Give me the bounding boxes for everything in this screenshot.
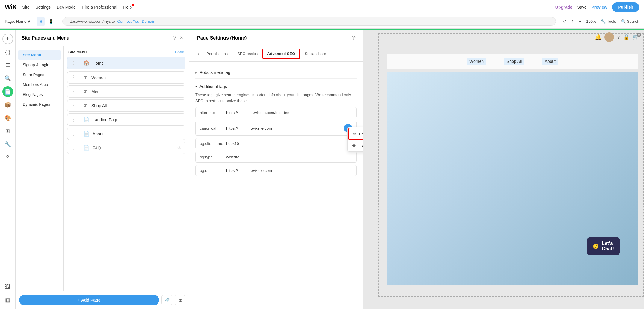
save-button[interactable]: Save [577, 5, 587, 10]
arrange-pages-icon[interactable]: ▦ [175, 295, 185, 305]
apps-icon[interactable]: ⊞ [2, 126, 13, 137]
bell-icon: 🔔 [595, 34, 601, 40]
tag-row-alternate: alternate https:// .wixsite.com/blog-fee… [195, 107, 357, 118]
page-item-home[interactable]: ⋮⋮ 🏠 Home ··· [67, 57, 185, 69]
page-selector[interactable]: Page: Home ∨ [5, 19, 31, 24]
page-item-men[interactable]: ⋮⋮ 🛍 Men [67, 85, 185, 98]
nav-item-store[interactable]: Store Pages [18, 70, 61, 79]
tab-advanced-seo[interactable]: Advanced SEO [262, 49, 300, 59]
page-name-home: Home [93, 61, 174, 66]
tab-seo-basics[interactable]: SEO basics [232, 48, 262, 60]
page-item-women[interactable]: ⋮⋮ 🛍 Women [67, 71, 185, 84]
add-icon[interactable]: + [2, 34, 13, 44]
canvas-nav-about: About [542, 58, 558, 65]
nav-settings[interactable]: Settings [35, 5, 51, 10]
tag-value-alternate: https:// .wixsite.com/blog-fee... [226, 110, 352, 115]
connect-domain-link[interactable]: Connect Your Domain [117, 19, 155, 24]
mobile-icon[interactable]: 📱 [47, 17, 55, 26]
context-edit-button[interactable]: ✏ Edit [348, 128, 363, 140]
tools-icon[interactable]: 🔧 [2, 139, 13, 150]
tab-prev-button[interactable]: ‹ [195, 51, 202, 57]
doc-icon: 📄 [84, 117, 90, 122]
robots-meta-tag-row[interactable]: ▸ Robots meta tag [195, 66, 357, 79]
canvas-nav-shopall: Shop All [504, 58, 524, 65]
pages-list-title: Site Menu [68, 50, 87, 54]
panel-title: Site Pages and Menu [22, 35, 173, 41]
tools-button[interactable]: 🔧 Tools [601, 19, 616, 24]
undo-button[interactable]: ↺ [563, 19, 566, 24]
design-icon[interactable]: 🎨 [2, 113, 13, 123]
search-button[interactable]: 🔍 Search [621, 19, 639, 24]
nav-item-members[interactable]: Members Area [18, 80, 61, 89]
page-name-shopall: Shop All [91, 103, 182, 108]
drag-handle-icon: ⋮⋮ [71, 145, 81, 151]
page-name-faq: FAQ [93, 146, 174, 150]
chat-widget[interactable]: 🙂 Let's Chat! [587, 237, 620, 255]
tag-value-og-site-name: Look10 [226, 141, 352, 146]
page-item-faq[interactable]: ⋮⋮ 📄 FAQ 👁 [67, 142, 185, 154]
settings-tabs: ‹ Permissions SEO basics Advanced SEO So… [189, 46, 363, 62]
store-icon[interactable]: 📦 [2, 99, 13, 110]
redo-button[interactable]: ↻ [571, 19, 575, 24]
tab-permissions[interactable]: Permissions [202, 48, 232, 60]
context-hide-button[interactable]: 👁 Hide [348, 140, 363, 151]
page-item-landing[interactable]: ⋮⋮ 📄 Landing Page [67, 113, 185, 126]
upgrade-button[interactable]: Upgrade [555, 5, 572, 10]
bag-icon: 🛍 [84, 75, 88, 80]
icon-sidebar: + { } ☰ 🔍 📄 📦 🎨 ⊞ 🔧 ? 🖼 ▦ [0, 30, 16, 309]
drag-handle-icon: ⋮⋮ [71, 131, 81, 137]
address-bar: Page: Home ∨ 🖥 📱 https://www.wix.com/mys… [0, 14, 644, 29]
avatar [604, 32, 614, 42]
additional-tags-header[interactable]: ▾ Additional tags [195, 81, 357, 92]
panel-header: Site Pages and Menu ? × [16, 30, 189, 46]
nav-item-signup[interactable]: Signup & Login [18, 60, 61, 69]
panel-header-actions: ? × [173, 35, 183, 41]
cart-icon: 🛒 0 [633, 34, 639, 40]
tag-value-og-type: website [226, 155, 352, 159]
panel-close-button[interactable]: × [180, 35, 183, 41]
page-more-icon[interactable]: ··· [177, 60, 182, 66]
page-label: Page: Home [5, 19, 26, 24]
collapse-icon: ▾ [195, 84, 197, 89]
pages-bottom: + Add Page 🔗 ▦ [16, 291, 189, 309]
additional-label: Additional tags [199, 84, 227, 89]
top-bar: WiX Site Settings Dev Mode Hire a Profes… [0, 0, 644, 14]
page-item-about[interactable]: ⋮⋮ 📄 About [67, 128, 185, 140]
desktop-icon[interactable]: 🖥 [37, 17, 45, 26]
help-icon[interactable]: ? [2, 152, 13, 163]
publish-button[interactable]: Publish [612, 2, 639, 12]
grid-icon[interactable]: ▦ [2, 295, 13, 305]
layers-icon[interactable]: ☰ [2, 60, 13, 71]
page-item-shopall[interactable]: ⋮⋮ 🛍 Shop All [67, 99, 185, 112]
drag-handle-icon: ⋮⋮ [71, 60, 81, 66]
panel-help-button[interactable]: ? [173, 35, 176, 41]
nav-item-site-menu[interactable]: Site Menu [18, 50, 61, 60]
settings-close-button[interactable]: › [355, 35, 357, 41]
top-bar-right: Upgrade Save Preview Publish [555, 2, 639, 12]
nav-item-dynamic[interactable]: Dynamic Pages [18, 100, 61, 109]
link-pages-icon[interactable]: 🔗 [161, 295, 172, 305]
preview-button[interactable]: Preview [592, 5, 607, 10]
pages-nav: Site Menu Signup & Login Store Pages Mem… [16, 46, 64, 291]
pages-icon[interactable]: 📄 [2, 86, 13, 97]
pencil-icon: ✏ [353, 131, 357, 136]
page-name-landing: Landing Page [93, 117, 182, 122]
zoom-level: − [579, 19, 582, 24]
nav-hire[interactable]: Hire a Professional [82, 5, 117, 10]
address-actions: ↺ ↻ − 100% 🔧 Tools 🔍 Search [563, 19, 639, 24]
image-icon[interactable]: 🖼 [2, 281, 13, 292]
add-page-button[interactable]: + Add Page [19, 295, 159, 305]
tab-social-share[interactable]: Social share [300, 48, 331, 60]
bag-icon: 🛍 [84, 89, 88, 94]
nav-devmode[interactable]: Dev Mode [57, 5, 76, 10]
nav-item-blog[interactable]: Blog Pages [18, 90, 61, 99]
code-icon[interactable]: { } [2, 47, 13, 57]
nav-site[interactable]: Site [22, 5, 29, 10]
bag-icon: 🛍 [84, 103, 88, 108]
settings-help-button[interactable]: ? [352, 35, 355, 41]
add-page-link[interactable]: + Add [174, 50, 184, 54]
nav-help[interactable]: Help [123, 5, 132, 10]
drag-handle-icon: ⋮⋮ [71, 89, 81, 94]
search-icon[interactable]: 🔍 [2, 73, 13, 84]
settings-content: ▸ Robots meta tag ▾ Additional tags Thes… [189, 62, 363, 309]
